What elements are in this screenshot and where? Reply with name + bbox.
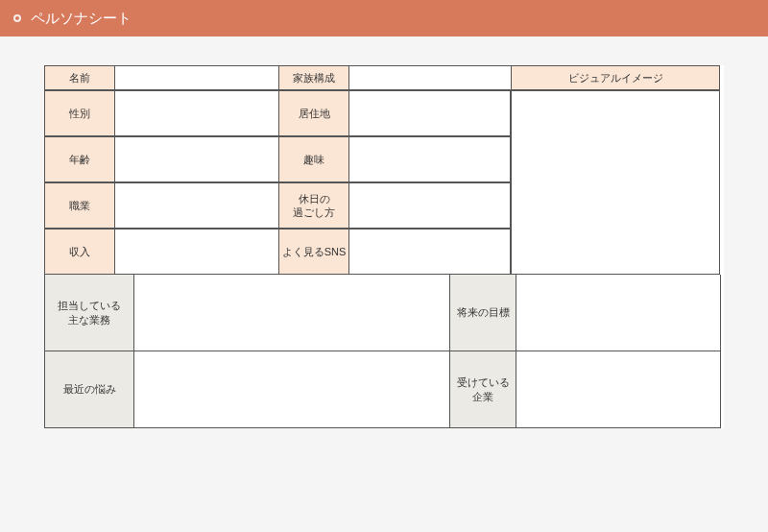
label-holiday: 休日の過ごし方 bbox=[278, 182, 349, 229]
value-main-duties[interactable] bbox=[133, 275, 450, 351]
label-family: 家族構成 bbox=[278, 65, 349, 90]
label-age: 年齢 bbox=[44, 136, 115, 182]
label-main-duties: 担当している主な業務 bbox=[44, 275, 134, 351]
value-age[interactable] bbox=[114, 136, 279, 182]
label-hobby: 趣味 bbox=[278, 136, 349, 182]
label-visual-image: ビジュアルイメージ bbox=[511, 65, 720, 90]
page-title: ペルソナシート bbox=[31, 10, 132, 28]
header-bullet-icon bbox=[13, 14, 21, 22]
persona-sheet: 名前 家族構成 性別 居住地 年齢 趣味 bbox=[44, 65, 724, 428]
value-companies[interactable] bbox=[516, 351, 721, 428]
value-job[interactable] bbox=[114, 182, 279, 229]
label-sns: よく見るSNS bbox=[278, 229, 349, 275]
lower-block: 担当している主な業務 将来の目標 最近の悩み 受けている企業 bbox=[44, 275, 724, 428]
page-header: ペルソナシート bbox=[0, 0, 768, 36]
label-gender: 性別 bbox=[44, 90, 115, 136]
value-residence[interactable] bbox=[348, 90, 512, 136]
value-visual-image[interactable] bbox=[510, 90, 720, 275]
upper-block: 名前 家族構成 性別 居住地 年齢 趣味 bbox=[44, 65, 724, 275]
label-residence: 居住地 bbox=[278, 90, 349, 136]
value-gender[interactable] bbox=[114, 90, 279, 136]
label-future-goal: 将来の目標 bbox=[449, 275, 516, 351]
label-income: 収入 bbox=[44, 229, 115, 275]
value-hobby[interactable] bbox=[348, 136, 512, 182]
label-recent-worries: 最近の悩み bbox=[44, 351, 134, 428]
value-recent-worries[interactable] bbox=[133, 351, 450, 428]
sheet-container: 名前 家族構成 性別 居住地 年齢 趣味 bbox=[0, 36, 768, 428]
label-companies: 受けている企業 bbox=[449, 351, 516, 428]
value-sns[interactable] bbox=[348, 229, 512, 275]
value-name[interactable] bbox=[114, 65, 279, 90]
value-holiday[interactable] bbox=[348, 182, 512, 229]
value-family[interactable] bbox=[348, 65, 512, 90]
label-job: 職業 bbox=[44, 182, 115, 229]
value-future-goal[interactable] bbox=[516, 275, 721, 351]
value-income[interactable] bbox=[114, 229, 279, 275]
label-name: 名前 bbox=[44, 65, 115, 90]
